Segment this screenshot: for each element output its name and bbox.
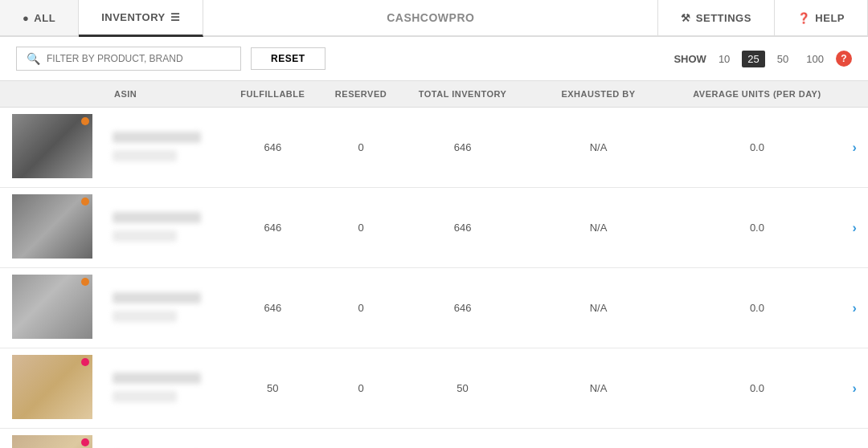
nav-cashcowpro[interactable]: CASHCOWPRO [203,0,658,35]
search-icon: 🔍 [27,52,40,65]
total-inventory-value: 87 [401,429,523,449]
avg-units-value: 0.0 [673,348,841,429]
person-icon: ● [23,12,29,24]
col-action [841,81,868,108]
nav-all[interactable]: ● ALL [0,0,79,35]
show-100[interactable]: 100 [800,51,829,67]
inventory-table: ASIN FULFILLABLE RESERVED TOTAL INVENTOR… [0,81,868,448]
asin-cell [104,108,225,188]
list-icon: ☰ [170,11,181,23]
total-inventory-value: 50 [401,348,523,429]
table-row: 50 0 50 N/A 0.0 › [0,348,868,429]
exhausted-by-value: SEPTEMBER 16 - 2019 [524,429,674,449]
fulfillable-value: 86 [225,429,321,449]
reset-button[interactable]: RESET [251,47,326,70]
show-25[interactable]: 25 [742,51,764,67]
table-header-row: ASIN FULFILLABLE RESERVED TOTAL INVENTOR… [0,81,868,108]
exhausted-by-value: N/A [524,108,674,188]
product-image-cell [0,429,104,449]
nav-all-label: ALL [34,12,55,24]
col-image [0,81,104,108]
show-controls: SHOW 10 25 50 100 ? [674,51,852,67]
total-inventory-value: 646 [401,188,523,268]
nav-inventory[interactable]: INVENTORY ☰ [79,0,203,37]
product-image-cell [0,108,104,188]
col-exhausted-by: EXHAUSTED BY [524,81,674,108]
total-inventory-value: 646 [401,108,523,188]
asin-cell [104,348,225,429]
col-fulfillable: FULFILLABLE [225,81,321,108]
row-detail-button[interactable]: › [841,188,868,268]
fulfillable-value: 646 [225,268,321,348]
avg-units-value: 0.33 [673,429,841,449]
table-row: 646 0 646 N/A 0.0 › [0,268,868,348]
reserved-value: 0 [321,348,402,429]
nav-inventory-label: INVENTORY [101,11,166,23]
help-circle-icon[interactable]: ? [836,51,852,67]
row-detail-button[interactable]: › [841,429,868,449]
reserved-value: 1 [321,429,402,449]
col-reserved: RESERVED [321,81,402,108]
nav-help-label: HELP [815,12,845,24]
fulfillable-value: 646 [225,188,321,268]
product-image-cell [0,188,104,268]
search-box[interactable]: 🔍 [16,47,241,71]
table-row: 646 0 646 N/A 0.0 › [0,188,868,268]
asin-cell [104,268,225,348]
exhausted-by-value: N/A [524,268,674,348]
col-total-inventory: TOTAL INVENTORY [401,81,523,108]
reserved-value: 0 [321,188,402,268]
total-inventory-value: 646 [401,268,523,348]
row-detail-button[interactable]: › [841,108,868,188]
search-input[interactable] [47,53,231,64]
asin-cell [104,429,225,449]
show-50[interactable]: 50 [772,51,794,67]
col-avg-units: AVERAGE UNITS (PER DAY) [673,81,841,108]
avg-units-value: 0.0 [673,188,841,268]
avg-units-value: 0.0 [673,268,841,348]
exhausted-by-value: N/A [524,188,674,268]
nav-settings[interactable]: ⚒ SETTINGS [658,0,775,35]
question-icon: ❓ [797,12,811,24]
product-image-cell [0,348,104,429]
show-10[interactable]: 10 [713,51,735,67]
filter-bar: 🔍 RESET SHOW 10 25 50 100 ? [0,37,868,81]
fulfillable-value: 646 [225,108,321,188]
row-detail-button[interactable]: › [841,348,868,429]
nav-cashcowpro-label: CASHCOWPRO [387,11,474,24]
table-row: 86 1 87 SEPTEMBER 16 - 2019 0.33 › [0,429,868,449]
show-label: SHOW [674,53,706,65]
exhausted-by-value: N/A [524,348,674,429]
reserved-value: 0 [321,108,402,188]
fulfillable-value: 50 [225,348,321,429]
row-detail-button[interactable]: › [841,268,868,348]
asin-cell [104,188,225,268]
nav-settings-label: SETTINGS [696,12,751,24]
col-asin: ASIN [104,81,225,108]
product-image-cell [0,268,104,348]
nav-help[interactable]: ❓ HELP [775,0,868,35]
top-navigation: ● ALL INVENTORY ☰ CASHCOWPRO ⚒ SETTINGS … [0,0,868,37]
table-row: 646 0 646 N/A 0.0 › [0,108,868,188]
avg-units-value: 0.0 [673,108,841,188]
reserved-value: 0 [321,268,402,348]
wrench-icon: ⚒ [681,12,691,24]
